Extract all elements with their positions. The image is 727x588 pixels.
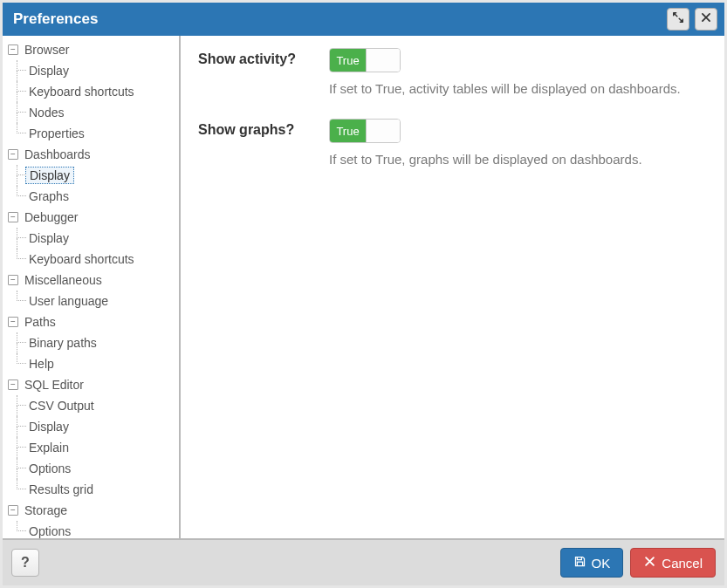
tree-item-label: Nodes (25, 105, 67, 120)
maximize-button[interactable] (667, 8, 689, 31)
tree-item-label: Display (25, 63, 72, 79)
collapse-icon[interactable]: − (8, 379, 18, 390)
setting-description: If set to True, activity tables will be … (329, 81, 707, 96)
window-title: Preferences (13, 10, 98, 28)
tree-item-label: Help (25, 356, 58, 372)
cancel-icon (643, 555, 656, 571)
tree-item[interactable]: Graphs (17, 186, 179, 207)
dialog-footer: ? OK Cancel (3, 538, 724, 585)
tree-item[interactable]: Results grid (17, 479, 179, 500)
tree-item[interactable]: Properties (17, 123, 179, 144)
tree-group-label: Paths (22, 314, 58, 330)
tree-item[interactable]: User language (17, 291, 179, 311)
collapse-icon[interactable]: − (8, 317, 18, 327)
tree-group-label: Debugger (22, 209, 81, 225)
help-button[interactable]: ? (11, 549, 39, 577)
setting-show_activity: Show activity?TrueIf set to True, activi… (198, 48, 707, 96)
tree-item-label: Display (25, 167, 74, 184)
tree-item[interactable]: Nodes (17, 102, 179, 123)
window-controls (667, 8, 717, 31)
tree-item[interactable]: Options (17, 458, 179, 479)
tree-item[interactable]: Display (17, 228, 179, 249)
tree-item[interactable]: Keyboard shortcuts (17, 81, 179, 102)
tree-group[interactable]: −SQL Editor (8, 374, 179, 395)
tree-item[interactable]: CSV Output (17, 395, 179, 416)
tree-item-label: Options (25, 461, 74, 476)
tree-group[interactable]: −Dashboards (8, 144, 179, 165)
tree-group[interactable]: −Storage (8, 500, 179, 521)
tree-item[interactable]: Display (17, 165, 179, 186)
cancel-label: Cancel (662, 556, 703, 571)
tree-group-label: Miscellaneous (22, 272, 105, 288)
collapse-icon[interactable]: − (8, 212, 18, 222)
collapse-icon[interactable]: − (8, 149, 18, 160)
tree-item[interactable]: Display (17, 60, 179, 81)
tree-item-label: CSV Output (25, 398, 98, 414)
tree-group-label: SQL Editor (22, 377, 86, 393)
collapse-icon[interactable]: − (8, 44, 18, 55)
tree-group-label: Storage (22, 503, 70, 518)
setting-label: Show activity? (198, 48, 329, 67)
toggle-show_graphs[interactable]: True (329, 119, 401, 143)
tree-item-label: Display (25, 230, 72, 246)
ok-label: OK (592, 556, 611, 571)
collapse-icon[interactable]: − (8, 505, 18, 516)
tree-item-label: Keyboard shortcuts (25, 84, 138, 99)
tree-item[interactable]: Explain (17, 437, 179, 458)
tree-group[interactable]: −Miscellaneous (8, 270, 179, 291)
tree-group-label: Browser (22, 42, 72, 58)
tree-item-label: Binary paths (25, 335, 100, 351)
setting-label: Show graphs? (198, 119, 329, 138)
titlebar: Preferences (3, 3, 724, 36)
setting-description: If set to True, graphs will be displayed… (329, 152, 707, 167)
tree-item-label: Explain (25, 440, 72, 455)
tree-group[interactable]: −Browser (8, 39, 179, 60)
ok-button[interactable]: OK (560, 548, 624, 578)
tree-item-label: User language (25, 293, 112, 309)
tree-item[interactable]: Keyboard shortcuts (17, 249, 179, 270)
tree-item-label: Options (25, 523, 74, 538)
tree-item[interactable]: Display (17, 416, 179, 437)
tree-item-label: Display (25, 419, 72, 434)
maximize-icon (672, 10, 684, 28)
toggle-value: True (330, 120, 367, 142)
collapse-icon[interactable]: − (8, 275, 18, 285)
close-icon (700, 10, 712, 28)
tree-item[interactable]: Options (17, 521, 179, 538)
tree-item-label: Graphs (25, 188, 72, 204)
preferences-content: Show activity?TrueIf set to True, activi… (181, 36, 724, 538)
tree-item-label: Results grid (25, 482, 97, 497)
tree-group-label: Dashboards (22, 147, 93, 162)
tree-group[interactable]: −Paths (8, 311, 179, 332)
preferences-tree[interactable]: −BrowserDisplayKeyboard shortcutsNodesPr… (3, 36, 181, 538)
tree-item[interactable]: Binary paths (17, 332, 179, 353)
dialog-body: −BrowserDisplayKeyboard shortcutsNodesPr… (3, 36, 724, 538)
tree-item-label: Keyboard shortcuts (25, 251, 138, 267)
tree-item[interactable]: Help (17, 353, 179, 374)
cancel-button[interactable]: Cancel (630, 548, 716, 578)
save-icon (573, 555, 586, 571)
toggle-value: True (330, 49, 367, 72)
tree-item-label: Properties (25, 126, 88, 141)
preferences-dialog: Preferences −BrowserDisplayKeyboard shor… (0, 0, 727, 588)
tree-group[interactable]: −Debugger (8, 207, 179, 228)
close-button[interactable] (695, 8, 717, 31)
setting-show_graphs: Show graphs?TrueIf set to True, graphs w… (198, 119, 707, 167)
toggle-show_activity[interactable]: True (329, 48, 401, 72)
